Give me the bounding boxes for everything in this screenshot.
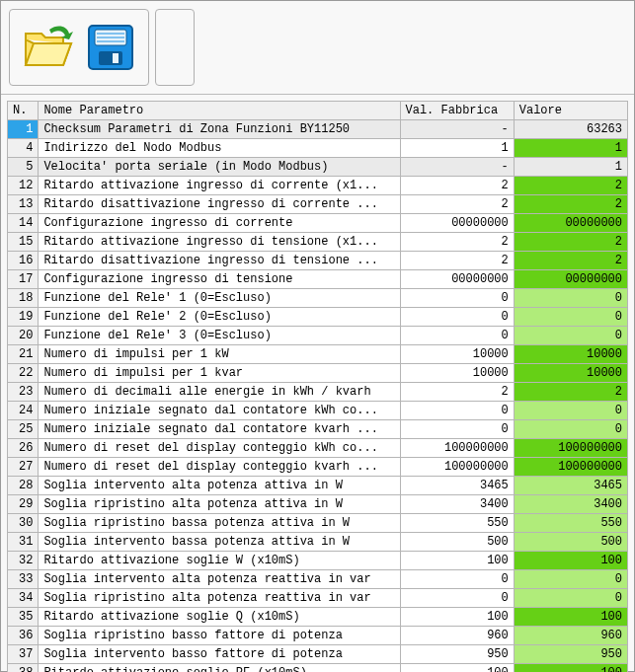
cell-val[interactable]: 950 (514, 645, 627, 664)
cell-val[interactable]: 3400 (514, 495, 627, 514)
cell-n[interactable]: 21 (8, 345, 39, 364)
table-row[interactable]: 31Soglia intervento bassa potenza attiva… (8, 533, 628, 552)
cell-name[interactable]: Ritardo disattivazione ingresso di tensi… (39, 252, 400, 270)
cell-name[interactable]: Soglia intervento bassa potenza attiva i… (39, 533, 400, 552)
cell-val[interactable]: 0 (514, 289, 627, 308)
cell-name[interactable]: Ritardo attivazione soglie W (x10mS) (39, 552, 400, 570)
table-row[interactable]: 19Funzione del Rele' 2 (0=Escluso)00 (8, 308, 628, 327)
cell-name[interactable]: Numero di impulsi per 1 kvar (39, 364, 400, 383)
table-row[interactable]: 12Ritardo attivazione ingresso di corren… (8, 177, 628, 195)
cell-val[interactable]: 960 (514, 627, 627, 645)
cell-name[interactable]: Ritardo disattivazione ingresso di corre… (39, 195, 400, 214)
cell-val[interactable]: 00000000 (514, 270, 627, 289)
cell-n[interactable]: 13 (8, 195, 39, 214)
cell-n[interactable]: 34 (8, 589, 39, 608)
parameters-grid[interactable]: N. Nome Parametro Val. Fabbrica Valore 1… (7, 101, 628, 672)
table-row[interactable]: 20Funzione del Rele' 3 (0=Escluso)00 (8, 327, 628, 345)
cell-val[interactable]: 100000000 (514, 439, 627, 458)
cell-n[interactable]: 26 (8, 439, 39, 458)
cell-val[interactable]: 0 (514, 589, 627, 608)
table-row[interactable]: 29Soglia ripristino alta potenza attiva … (8, 495, 628, 514)
cell-name[interactable]: Soglia ripristino alta potenza reattiva … (39, 589, 400, 608)
cell-n[interactable]: 25 (8, 420, 39, 439)
cell-val[interactable]: 2 (514, 252, 627, 270)
cell-name[interactable]: Indirizzo del Nodo Modbus (39, 139, 400, 158)
cell-name[interactable]: Ritardo attivazione soglie PF (x10mS) (39, 664, 400, 673)
table-row[interactable]: 35Ritardo attivazione soglie Q (x10mS)10… (8, 608, 628, 627)
cell-name[interactable]: Soglia intervento alta potenza reattiva … (39, 570, 400, 589)
cell-name[interactable]: Numero di decimali alle energie in kWh /… (39, 383, 400, 402)
cell-name[interactable]: Soglia ripristino alta potenza attiva in… (39, 495, 400, 514)
header-n[interactable]: N. (8, 102, 39, 120)
cell-n[interactable]: 27 (8, 458, 39, 477)
cell-name[interactable]: Funzione del Rele' 3 (0=Escluso) (39, 327, 400, 345)
cell-name[interactable]: Funzione del Rele' 2 (0=Escluso) (39, 308, 400, 327)
cell-name[interactable]: Numero iniziale segnato dal contatore kW… (39, 402, 400, 420)
cell-val[interactable]: 2 (514, 383, 627, 402)
table-row[interactable]: 25Numero iniziale segnato dal contatore … (8, 420, 628, 439)
table-row[interactable]: 14Configurazione ingresso di corrente000… (8, 214, 628, 233)
table-row[interactable]: 36Soglia ripristino basso fattore di pot… (8, 627, 628, 645)
cell-n[interactable]: 19 (8, 308, 39, 327)
cell-n[interactable]: 4 (8, 139, 39, 158)
cell-val[interactable]: 1 (514, 139, 627, 158)
cell-name[interactable]: Ritardo attivazione ingresso di tensione… (39, 233, 400, 252)
cell-name[interactable]: Numero iniziale segnato dal contatore kv… (39, 420, 400, 439)
cell-val[interactable]: 100000000 (514, 458, 627, 477)
cell-name[interactable]: Velocita' porta seriale (in Modo Modbus) (39, 158, 400, 177)
cell-n[interactable]: 36 (8, 627, 39, 645)
cell-val[interactable]: 500 (514, 533, 627, 552)
cell-val[interactable]: 00000000 (514, 214, 627, 233)
cell-n[interactable]: 18 (8, 289, 39, 308)
table-row[interactable]: 4Indirizzo del Nodo Modbus11 (8, 139, 628, 158)
table-row[interactable]: 22Numero di impulsi per 1 kvar1000010000 (8, 364, 628, 383)
cell-n[interactable]: 20 (8, 327, 39, 345)
cell-val[interactable]: 2 (514, 195, 627, 214)
header-val[interactable]: Valore (514, 102, 627, 120)
table-row[interactable]: 17Configurazione ingresso di tensione000… (8, 270, 628, 289)
cell-val[interactable]: 1 (514, 158, 627, 177)
cell-val[interactable]: 0 (514, 420, 627, 439)
cell-name[interactable]: Soglia ripristino bassa potenza attiva i… (39, 514, 400, 533)
cell-name[interactable]: Configurazione ingresso di corrente (39, 214, 400, 233)
cell-val[interactable]: 0 (514, 570, 627, 589)
cell-name[interactable]: Configurazione ingresso di tensione (39, 270, 400, 289)
cell-val[interactable]: 100 (514, 552, 627, 570)
save-button[interactable] (79, 16, 142, 79)
table-row[interactable]: 13Ritardo disattivazione ingresso di cor… (8, 195, 628, 214)
table-row[interactable]: 15Ritardo attivazione ingresso di tensio… (8, 233, 628, 252)
cell-n[interactable]: 5 (8, 158, 39, 177)
cell-name[interactable]: Soglia intervento alta potenza attiva in… (39, 477, 400, 495)
cell-n[interactable]: 32 (8, 552, 39, 570)
cell-val[interactable]: 100 (514, 608, 627, 627)
cell-val[interactable]: 3465 (514, 477, 627, 495)
cell-n[interactable]: 1 (8, 120, 39, 139)
cell-name[interactable]: Numero di impulsi per 1 kW (39, 345, 400, 364)
cell-n[interactable]: 37 (8, 645, 39, 664)
cell-n[interactable]: 22 (8, 364, 39, 383)
cell-n[interactable]: 35 (8, 608, 39, 627)
cell-name[interactable]: Ritardo attivazione ingresso di corrente… (39, 177, 400, 195)
cell-val[interactable]: 100 (514, 664, 627, 673)
cell-val[interactable]: 0 (514, 327, 627, 345)
header-fab[interactable]: Val. Fabbrica (400, 102, 514, 120)
cell-n[interactable]: 23 (8, 383, 39, 402)
cell-name[interactable]: Soglia intervento basso fattore di poten… (39, 645, 400, 664)
cell-name[interactable]: Soglia ripristino basso fattore di poten… (39, 627, 400, 645)
open-button[interactable] (16, 16, 79, 79)
table-row[interactable]: 18Funzione del Rele' 1 (0=Escluso)00 (8, 289, 628, 308)
table-row[interactable]: 1Checksum Parametri di Zona Funzioni BY1… (8, 120, 628, 139)
cell-n[interactable]: 29 (8, 495, 39, 514)
table-row[interactable]: 5Velocita' porta seriale (in Modo Modbus… (8, 158, 628, 177)
cell-val[interactable]: 10000 (514, 364, 627, 383)
header-name[interactable]: Nome Parametro (39, 102, 400, 120)
table-row[interactable]: 38Ritardo attivazione soglie PF (x10mS)1… (8, 664, 628, 673)
table-row[interactable]: 28Soglia intervento alta potenza attiva … (8, 477, 628, 495)
cell-n[interactable]: 24 (8, 402, 39, 420)
cell-val[interactable]: 63263 (514, 120, 627, 139)
table-row[interactable]: 23Numero di decimali alle energie in kWh… (8, 383, 628, 402)
cell-val[interactable]: 550 (514, 514, 627, 533)
table-row[interactable]: 26Numero di reset del display conteggio … (8, 439, 628, 458)
cell-name[interactable]: Ritardo attivazione soglie Q (x10mS) (39, 608, 400, 627)
cell-val[interactable]: 2 (514, 177, 627, 195)
